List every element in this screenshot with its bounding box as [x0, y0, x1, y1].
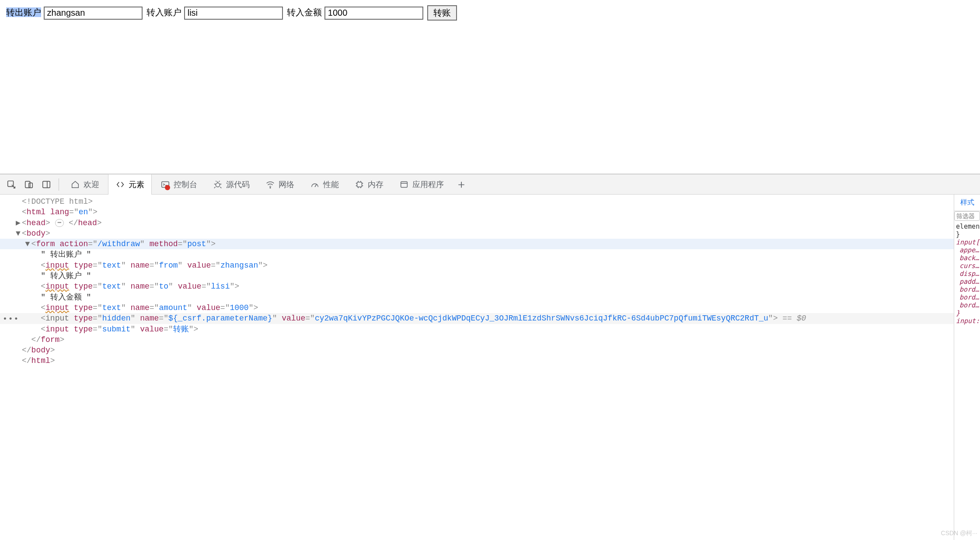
dom-input-from[interactable]: <input type="text" name="from" value="zh… — [0, 260, 954, 271]
svg-rect-3 — [43, 181, 50, 188]
tab-performance[interactable]: 性能 — [303, 174, 346, 195]
submit-button[interactable]: 转账 — [427, 5, 457, 21]
styles-filter — [954, 211, 980, 221]
styles-rule-line: input[t… — [956, 238, 978, 246]
dock-icon[interactable] — [38, 177, 54, 192]
styles-rule-line: input:n… — [956, 317, 978, 325]
styles-prop: bord… — [956, 301, 978, 309]
dom-input-amount[interactable]: <input type="text" name="amount" value="… — [0, 303, 954, 313]
dom-body-open[interactable]: ▼<body> — [0, 228, 954, 239]
dom-form-open[interactable]: ▼<form action="/withdraw" method="post"> — [0, 239, 954, 249]
home-icon — [70, 180, 80, 189]
wifi-icon — [265, 180, 275, 189]
error-badge-icon — [165, 185, 170, 190]
dom-input-to[interactable]: <input type="text" name="to" value="lisi… — [0, 281, 954, 292]
inspect-icon[interactable] — [3, 177, 19, 192]
svg-rect-2 — [29, 183, 32, 188]
tab-elements[interactable]: 元素 — [108, 174, 152, 195]
svg-rect-10 — [401, 181, 408, 187]
chip-icon — [355, 180, 364, 189]
dom-html-open[interactable]: <html lang="en"> — [0, 207, 954, 217]
svg-rect-9 — [357, 182, 362, 187]
svg-rect-1 — [25, 181, 30, 188]
dom-head[interactable]: ▶<head> ⋯ </head> — [0, 218, 954, 228]
tab-performance-label: 性能 — [323, 179, 339, 190]
tab-elements-label: 元素 — [129, 179, 144, 190]
dom-form-close[interactable]: </form> — [0, 334, 954, 345]
devtools: 欢迎 元素 控制台 源代码 网络 性能 内存 应用程序 — [0, 174, 980, 540]
application-icon — [399, 180, 409, 189]
tab-sources-label: 源代码 — [226, 179, 250, 190]
label-amount: 转入金额 — [287, 7, 322, 17]
dom-doctype[interactable]: <!DOCTYPE html> — [0, 196, 954, 207]
tab-console-label: 控制台 — [174, 179, 197, 190]
dom-text-from[interactable]: " 转出账户 " — [0, 249, 954, 260]
label-to: 转入账户 — [146, 7, 181, 17]
bug-icon — [213, 180, 223, 189]
more-tabs-button[interactable]: ＋ — [453, 176, 470, 193]
dom-html-close[interactable]: </html> — [0, 355, 954, 366]
tab-application-label: 应用程序 — [412, 179, 444, 190]
tab-memory-label: 内存 — [368, 179, 384, 190]
styles-tab[interactable]: 样式 — [954, 195, 980, 211]
tab-memory[interactable]: 内存 — [348, 174, 391, 195]
tab-welcome[interactable]: 欢迎 — [63, 174, 106, 195]
dom-input-submit[interactable]: <input type="submit" value="转账"> — [0, 324, 954, 334]
dom-body-close[interactable]: </body> — [0, 345, 954, 355]
rendered-page: 转出账户 转入账户 转入金额 转账 — [0, 0, 980, 174]
styles-rule-line: } — [956, 230, 978, 238]
tab-network-label: 网络 — [279, 179, 294, 190]
styles-rules: element. } input[t… appe…back…curs…disp…… — [954, 221, 980, 327]
styles-panel: 样式 element. } input[t… appe…back…curs…di… — [954, 195, 980, 540]
styles-prop: appe… — [956, 246, 978, 254]
styles-rule-line: } — [956, 309, 978, 317]
watermark: CSDN @柯··· — [941, 530, 977, 537]
toolbar-separator — [59, 178, 59, 191]
tab-welcome-label: 欢迎 — [84, 179, 99, 190]
styles-prop: back… — [956, 254, 978, 262]
svg-line-8 — [315, 185, 317, 187]
styles-rule-line: element. — [956, 223, 978, 230]
styles-prop: bord… — [956, 286, 978, 293]
tab-console[interactable]: 控制台 — [153, 174, 204, 195]
styles-prop: disp… — [956, 270, 978, 278]
styles-prop: curs… — [956, 262, 978, 270]
tab-network[interactable]: 网络 — [258, 174, 301, 195]
styles-prop: bord… — [956, 293, 978, 301]
svg-point-6 — [216, 183, 220, 187]
styles-prop: padd… — [956, 278, 978, 286]
dom-text-amount[interactable]: " 转入金额 " — [0, 292, 954, 303]
dom-text-to[interactable]: " 转入账户 " — [0, 271, 954, 281]
label-from: 转出账户 — [6, 7, 41, 17]
dom-tree-panel[interactable]: <!DOCTYPE html> <html lang="en">▶<head> … — [0, 195, 954, 540]
styles-filter-input[interactable] — [954, 211, 980, 221]
input-to[interactable] — [184, 7, 283, 20]
tab-sources[interactable]: 源代码 — [206, 174, 257, 195]
input-from[interactable] — [44, 7, 143, 20]
code-icon — [115, 180, 125, 189]
svg-point-7 — [270, 187, 271, 188]
dom-input-hidden[interactable]: ••• <input type="hidden" name="${_csrf.p… — [0, 313, 954, 324]
tab-application[interactable]: 应用程序 — [392, 174, 451, 195]
input-amount[interactable] — [324, 7, 423, 20]
device-mode-icon[interactable] — [21, 177, 37, 192]
devtools-toolbar: 欢迎 元素 控制台 源代码 网络 性能 内存 应用程序 — [0, 174, 980, 195]
gauge-icon — [310, 180, 320, 189]
devtools-body: <!DOCTYPE html> <html lang="en">▶<head> … — [0, 195, 980, 540]
